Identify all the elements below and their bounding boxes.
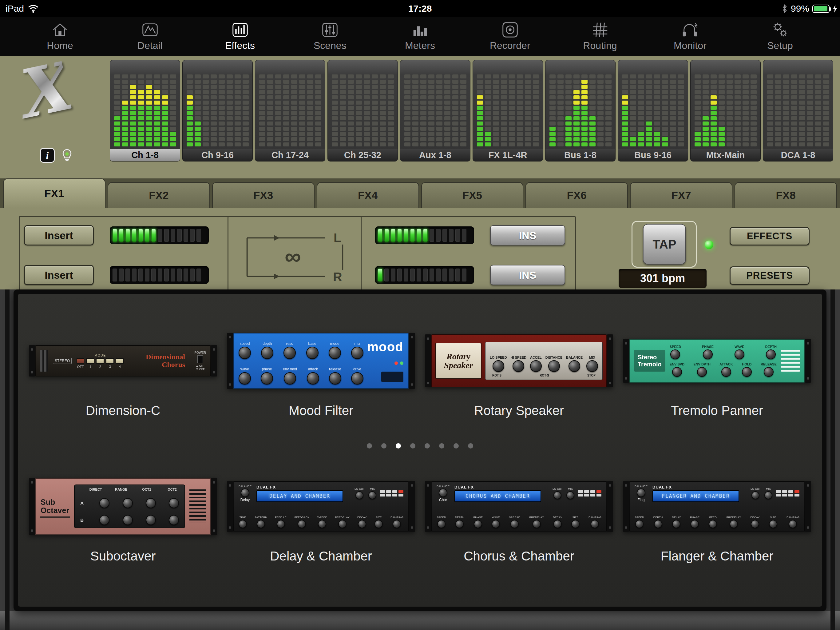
charging-bolt-icon — [833, 5, 838, 13]
knob-label: SPEED — [635, 516, 644, 519]
nav-tab-setup[interactable]: Setup — [751, 20, 809, 56]
meter-group-dca-1-8[interactable]: DCA 1-8 — [763, 60, 833, 161]
knob-label: BALANCE — [635, 485, 647, 488]
nav-tab-recorder[interactable]: Recorder — [481, 20, 539, 56]
rack-ear — [29, 478, 35, 535]
nav-tab-routing[interactable]: Routing — [571, 20, 629, 56]
fx-device-thumbnail: BALANCEDelayDUAL FXDELAY AND CHAMBERLO C… — [227, 481, 415, 532]
led-segment — [145, 269, 149, 282]
knob — [764, 491, 772, 499]
meter-column — [791, 74, 797, 146]
diagram-left-label: L — [333, 231, 341, 245]
rack-ear — [607, 334, 613, 387]
nav-tab-meters[interactable]: Meters — [391, 20, 449, 56]
knob — [654, 520, 662, 528]
device-faceplate: speeddepthresobasemodemixwavephaseenv mo… — [233, 333, 409, 389]
device-logo: RotarySpeaker — [435, 343, 482, 379]
meter-group-aux-1-8[interactable]: Aux 1-8 — [400, 60, 471, 161]
knob-label: ENV SPD — [669, 362, 684, 366]
knob — [358, 520, 366, 528]
rack-ear — [623, 481, 629, 532]
meter-group-bus-9-16[interactable]: Bus 9-16 — [618, 60, 688, 161]
nav-tab-scenes[interactable]: Scenes — [301, 20, 359, 56]
knob-label: env mod — [283, 367, 297, 371]
meter-group-ch-1-8[interactable]: Ch 1-8 — [110, 60, 180, 161]
fx-tab-fx8[interactable]: FX8 — [734, 182, 837, 208]
nav-tab-monitor[interactable]: Monitor — [661, 20, 719, 56]
pager-dot[interactable] — [367, 443, 372, 448]
pager-dot[interactable] — [425, 443, 430, 448]
meter-column — [485, 74, 491, 146]
knob-label: MIX — [568, 487, 573, 490]
nav-tab-effects[interactable]: Effects — [211, 20, 269, 56]
pager-dot[interactable] — [468, 443, 473, 448]
pager-dot[interactable] — [439, 443, 444, 448]
meter-group-ch-17-24[interactable]: Ch 17-24 — [255, 60, 325, 161]
meter-group-label: Ch 9-16 — [183, 149, 253, 161]
knob-label: SPEED — [437, 516, 446, 519]
pager-dot[interactable] — [396, 443, 401, 448]
meter-column — [452, 74, 458, 146]
meter-grid — [621, 68, 685, 146]
meter-group-label: Aux 1-8 — [400, 149, 470, 161]
meter-group-label: Mtx-Main — [691, 149, 760, 161]
meter-column — [638, 74, 644, 146]
nav-tab-detail[interactable]: Detail — [121, 20, 179, 56]
fx-device-suboctaver[interactable]: SubOctaverDIRECTRANGEOCT1OCT2ABSuboctave… — [24, 477, 222, 564]
meter-group-label: Bus 1-8 — [545, 149, 615, 161]
nav-tab-home[interactable]: Home — [31, 20, 89, 56]
pager-dot[interactable] — [410, 443, 415, 448]
insert-a-button[interactable]: Insert — [24, 225, 94, 245]
fx-tab-fx7[interactable]: FX7 — [630, 182, 733, 208]
rack-ear — [623, 339, 629, 383]
fx-device-rotary-speaker[interactable]: RotarySpeakerLO SPEEDHI SPEEDACCELDISTAN… — [420, 331, 618, 418]
knob-label: TIME — [240, 516, 246, 519]
fx-tab-fx2[interactable]: FX2 — [107, 182, 210, 208]
pager-dots — [18, 443, 822, 448]
fx-device-delay-chamber[interactable]: BALANCEDelayDUAL FXDELAY AND CHAMBERLO C… — [222, 477, 420, 564]
battery-percent: 99% — [791, 3, 809, 14]
fx-device-dimension-c[interactable]: STEREOMODEOFF1234DimensionalChorusPOWER▲… — [24, 331, 222, 418]
fx-tab-fx1[interactable]: FX1 — [3, 179, 106, 208]
info-button[interactable]: i — [40, 148, 55, 163]
meter-grid — [694, 68, 757, 146]
fx-device-mood-filter[interactable]: speeddepthresobasemodemixwavephaseenv mo… — [222, 331, 420, 418]
lamp-icon[interactable] — [60, 148, 74, 163]
diagram-loop-symbol: ∞ — [285, 244, 301, 269]
ins-a-button[interactable]: INS — [490, 225, 565, 245]
fx-device-tremolo-panner[interactable]: StereoTremoloSPEEDPHASEWAVEDEPTHENV SPDE… — [618, 331, 816, 418]
insert-b-button[interactable]: Insert — [24, 265, 94, 285]
fx-tab-fx4[interactable]: FX4 — [317, 182, 419, 208]
meter-group-mtx-main[interactable]: Mtx-Main — [690, 60, 761, 161]
meter-column — [630, 74, 636, 146]
knob — [169, 515, 179, 525]
fx-tab-fx6[interactable]: FX6 — [526, 182, 628, 208]
rack-ear — [227, 481, 233, 532]
tap-tempo-button[interactable]: TAP — [643, 224, 686, 264]
fx-tab-fx5[interactable]: FX5 — [421, 182, 524, 208]
pager-dot[interactable] — [381, 443, 387, 448]
knob — [672, 520, 681, 528]
effects-button[interactable]: EFFECTS — [729, 227, 810, 245]
fx-device-chorus-chamber[interactable]: BALANCEChorDUAL FXCHORUS AND CHAMBERLO C… — [420, 477, 618, 564]
meters-icon — [411, 20, 429, 40]
knob — [586, 360, 598, 372]
mode-button — [96, 358, 104, 364]
pager-dot[interactable] — [453, 443, 459, 448]
meter-group-ch-9-16[interactable]: Ch 9-16 — [182, 60, 253, 161]
knob — [329, 347, 341, 359]
meter-column — [775, 74, 781, 146]
meter-group-bus-1-8[interactable]: Bus 1-8 — [545, 60, 616, 161]
fx-tab-fx3[interactable]: FX3 — [212, 182, 314, 208]
presets-button[interactable]: PRESETS — [729, 266, 810, 285]
meter-group-fx-1l-4r[interactable]: FX 1L-4R — [472, 60, 543, 161]
led-segment — [378, 229, 382, 242]
knob — [261, 347, 273, 359]
ins-b-button[interactable]: INS — [490, 265, 565, 285]
fx-device-flanger-chamber[interactable]: BALANCEFlngDUAL FXFLANGER AND CHAMBERLO … — [618, 477, 816, 564]
knob-label: ENV DPTH — [693, 362, 711, 366]
meter-group-ch-25-32[interactable]: Ch 25-32 — [327, 60, 398, 161]
knob-label: PHASE — [690, 516, 700, 519]
meter-column — [203, 74, 209, 146]
meter-column — [211, 74, 217, 146]
